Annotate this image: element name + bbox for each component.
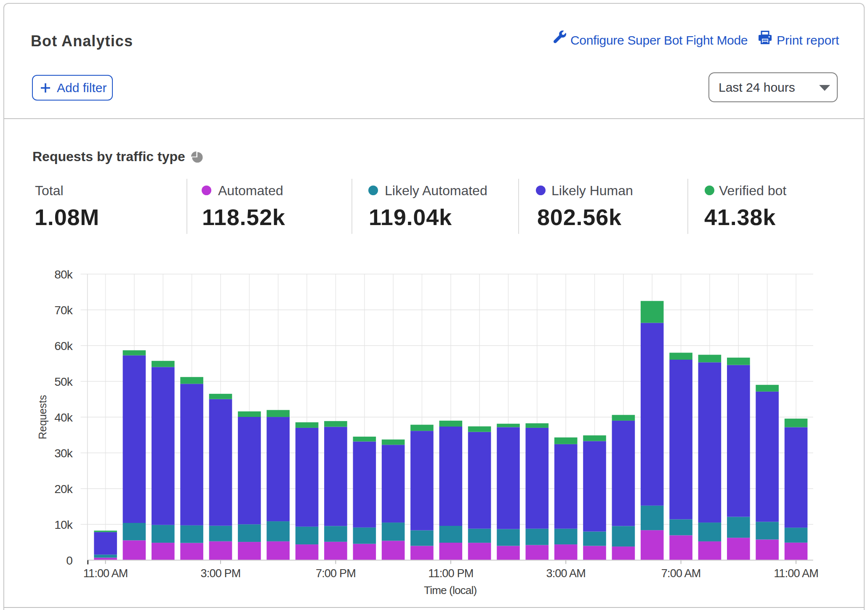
- svg-text:11:00 AM: 11:00 AM: [83, 567, 128, 580]
- svg-text:3:00 AM: 3:00 AM: [546, 567, 585, 580]
- svg-text:11:00 AM: 11:00 AM: [774, 567, 818, 580]
- svg-text:50k: 50k: [54, 375, 73, 388]
- svg-text:30k: 30k: [54, 447, 73, 460]
- svg-text:40k: 40k: [54, 411, 73, 424]
- svg-text:7:00 PM: 7:00 PM: [316, 567, 356, 580]
- svg-text:Time (local): Time (local): [424, 584, 477, 597]
- svg-text:20k: 20k: [54, 483, 73, 496]
- svg-text:60k: 60k: [54, 339, 73, 353]
- svg-text:Requests: Requests: [37, 395, 48, 440]
- svg-text:7:00 AM: 7:00 AM: [661, 567, 700, 580]
- svg-text:70k: 70k: [54, 304, 73, 317]
- svg-text:10k: 10k: [54, 518, 73, 531]
- svg-text:3:00 PM: 3:00 PM: [201, 567, 241, 580]
- svg-text:11:00 PM: 11:00 PM: [428, 567, 473, 580]
- svg-text:80k: 80k: [54, 268, 73, 281]
- svg-text:0: 0: [66, 554, 72, 567]
